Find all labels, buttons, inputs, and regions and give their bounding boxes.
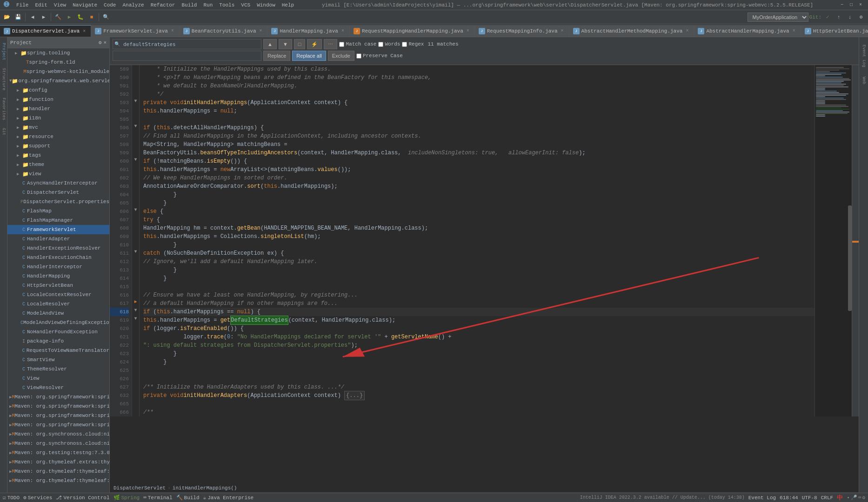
tab-close-ahm[interactable]: × xyxy=(791,28,797,33)
status-java-enterprise[interactable]: ☕ Java Enterprise xyxy=(203,495,254,501)
tab-frameworkservlet[interactable]: J FrameworkServlet.java × xyxy=(91,25,180,37)
idea-update-notice[interactable]: IntelliJ IDEA 2022.3.2 available // Upda… xyxy=(580,495,745,500)
tree-item-spring-tooling[interactable]: ▶ 📁 spring.tooling xyxy=(7,48,109,58)
project-side-label[interactable]: Project xyxy=(0,39,7,64)
project-header-close[interactable]: × xyxy=(103,40,107,46)
words-option[interactable]: Words xyxy=(378,41,400,47)
tab-close-rminfo[interactable]: × xyxy=(560,28,565,33)
toolbar-run-btn[interactable]: ▶ xyxy=(64,12,74,22)
tree-item-view-class[interactable]: C View xyxy=(7,374,109,383)
tree-item-smartview[interactable]: C SmartView xyxy=(7,355,109,364)
tree-item-function[interactable]: ▶ 📁 function xyxy=(7,95,109,104)
tab-abstracthandlermethodmapping[interactable]: J AbstractHandlerMethodMapping.java × xyxy=(569,25,694,37)
tab-requestmappinghandlermapping[interactable]: J RequestMappingHandlerMapping.java × xyxy=(350,25,475,37)
tree-item-maven-thymeleaf-3012[interactable]: ▶ M Maven: org.thymeleaf:thymeleaf:3.0.1… xyxy=(7,476,109,485)
menu-run[interactable]: Run xyxy=(200,2,215,8)
status-spring[interactable]: 🌿 Spring xyxy=(114,495,140,501)
tree-item-config[interactable]: ▶ 📁 config xyxy=(7,86,109,95)
tree-item-i18n[interactable]: ▶ 📁 i18n xyxy=(7,113,109,123)
match-case-checkbox[interactable] xyxy=(339,42,344,47)
tree-item-view[interactable]: ▶ 📁 view xyxy=(7,169,109,178)
tree-item-org-springframework[interactable]: ▼ 📁 org.springframework.web.servlet xyxy=(7,76,109,86)
status-version-control[interactable]: ⎇ Version Control xyxy=(56,495,109,501)
toolbar-back-btn[interactable]: ◀ xyxy=(27,12,38,22)
preserve-case-checkbox[interactable] xyxy=(356,53,361,59)
tree-item-mavde[interactable]: C ModelAndViewDefiningException xyxy=(7,318,109,327)
tree-item-maven-testng[interactable]: ▶ M Maven: org.testing:testng:7.3.0 xyxy=(7,448,109,457)
tree-item-requesttoviewnametranslator[interactable]: C RequestToViewNameTranslator xyxy=(7,346,109,355)
menu-window[interactable]: Window xyxy=(254,2,278,8)
tree-item-asynchandlerinterceptor[interactable]: C AsyncHandlerInterceptor xyxy=(7,178,109,188)
breadcrumb-class[interactable]: DispatcherServlet xyxy=(114,485,166,491)
code-content[interactable]: * Initialize the HandlerMappings used by… xyxy=(140,65,815,416)
menu-code[interactable]: Code xyxy=(101,2,119,8)
event-log-status[interactable]: Event Log xyxy=(748,495,776,501)
tree-item-handlerexceptionresolver[interactable]: C HandlerExceptionResolver xyxy=(7,244,109,253)
tree-item-localecontextresolver[interactable]: C LocaleContextResolver xyxy=(7,290,109,299)
tree-item-dispatcherservlet-props[interactable]: P DispatcherServlet.properties xyxy=(7,197,109,206)
find-filter-btn[interactable]: ⚡ xyxy=(307,39,322,49)
menu-view[interactable]: View xyxy=(51,2,69,8)
words-checkbox[interactable] xyxy=(378,42,383,47)
tree-item-support[interactable]: ▶ 📁 support xyxy=(7,141,109,151)
find-next-btn[interactable]: ▼ xyxy=(279,39,292,49)
tree-item-package-info[interactable]: I package-info xyxy=(7,337,109,346)
status-terminal[interactable]: ⌨ Terminal xyxy=(143,495,172,501)
toolbar-build-btn[interactable]: 🔨 xyxy=(53,12,63,22)
tree-item-maven-nio-multipart[interactable]: ▶ M Maven: org.synchronoss.cloud:nio-mul… xyxy=(7,429,109,439)
line-endings-label[interactable]: CRLF xyxy=(821,495,833,501)
tree-item-nohandlerfoundexception[interactable]: C NoHandlerFoundException xyxy=(7,327,109,337)
tree-item-handler[interactable]: ▶ 📁 handler xyxy=(7,104,109,113)
toolbar-git-check[interactable]: ✓ xyxy=(822,12,833,22)
title-bar-controls[interactable]: − □ × xyxy=(838,1,864,9)
toolbar-forward-btn[interactable]: ▶ xyxy=(39,12,49,22)
tree-item-maven-5220[interactable]: ▶ M Maven: org.springframework:spring-we… xyxy=(7,402,109,411)
tree-item-handlerexecutionchain[interactable]: C HandlerExecutionChain xyxy=(7,253,109,262)
project-dropdown[interactable]: MyOrderApplication xyxy=(748,13,808,22)
web-side-label[interactable]: Web xyxy=(861,73,867,88)
tree-item-handleradapter[interactable]: C HandlerAdapter xyxy=(7,234,109,244)
tree-item-handlermapping2[interactable]: C HandlerMapping xyxy=(7,271,109,281)
toolbar-debug-btn[interactable]: 🐛 xyxy=(75,12,86,22)
toolbar-search-btn[interactable]: 🔍 xyxy=(101,12,111,22)
structure-side-label[interactable]: Structure xyxy=(0,64,7,94)
tab-httpservletbean[interactable]: J HttpServletBean.java × xyxy=(801,25,868,37)
replace-input-wrapper[interactable] xyxy=(113,51,261,61)
status-services[interactable]: ⚙ Services xyxy=(23,495,52,501)
regex-option[interactable]: Regex xyxy=(402,41,424,47)
close-button[interactable]: × xyxy=(857,1,864,9)
tree-item-maven-thymeleaf-extras[interactable]: ▶ M Maven: org.thymeleaf.extras:thymelea… xyxy=(7,457,109,467)
preserve-case-option[interactable]: Preserve Case xyxy=(356,53,403,59)
find-all-btn[interactable]: □ xyxy=(294,39,306,49)
menu-file[interactable]: File xyxy=(13,2,31,8)
toolbar-settings-btn[interactable]: ⚙ xyxy=(856,12,866,22)
toolbar-stop-btn[interactable]: ■ xyxy=(87,12,97,22)
find-input-wrapper[interactable]: 🔍 xyxy=(113,39,261,49)
replace-all-btn[interactable]: Replace all xyxy=(292,51,326,61)
tree-item-resource[interactable]: ▶ 📁 resource xyxy=(7,132,109,141)
tree-item-maven-528[interactable]: ▶ M Maven: org.springframework:spring-we… xyxy=(7,392,109,402)
toolbar-git-down[interactable]: ↓ xyxy=(845,12,855,22)
menu-build[interactable]: Build xyxy=(179,2,200,8)
tree-item-maven-nio-stream[interactable]: ▶ M Maven: org.synchronoss.cloud:nio-str… xyxy=(7,439,109,448)
tree-item-flashmapmanager[interactable]: C FlashMapManager xyxy=(7,216,109,225)
tree-item-handlerinterceptor[interactable]: C HandlerInterceptor xyxy=(7,262,109,271)
menu-vcs[interactable]: VCS xyxy=(238,2,253,8)
tree-item-httpservletbean[interactable]: C HttpServletBean xyxy=(7,281,109,290)
tree-item-theme[interactable]: ▶ 📁 theme xyxy=(7,160,109,169)
menu-help[interactable]: Help xyxy=(279,2,297,8)
find-input[interactable] xyxy=(121,41,261,47)
tab-beanfactoryutils[interactable]: J BeanFactoryUtils.java × xyxy=(180,25,268,37)
tree-item-localeresolver[interactable]: C LocaleResolver xyxy=(7,299,109,309)
tab-close-beanfactoryutils[interactable]: × xyxy=(258,28,263,33)
tree-item-maven-thymeleaf-3011[interactable]: ▶ M Maven: org.thymeleaf:thymeleaf:3.0.1… xyxy=(7,467,109,476)
toolbar-save-btn[interactable]: 💾 xyxy=(13,12,23,22)
maximize-button[interactable]: □ xyxy=(848,1,855,9)
tree-item-flashmap[interactable]: C FlashMap xyxy=(7,206,109,216)
event-log-side-label[interactable]: Event Log xyxy=(861,41,867,71)
title-bar-menu[interactable]: File Edit View Navigate Code Analyze Ref… xyxy=(13,2,297,8)
git-side-label[interactable]: Git xyxy=(0,124,7,139)
favorites-side-label[interactable]: Favorites xyxy=(0,94,7,124)
find-prev-btn[interactable]: ▲ xyxy=(263,39,277,49)
tab-close-frameworkservlet[interactable]: × xyxy=(170,28,175,33)
